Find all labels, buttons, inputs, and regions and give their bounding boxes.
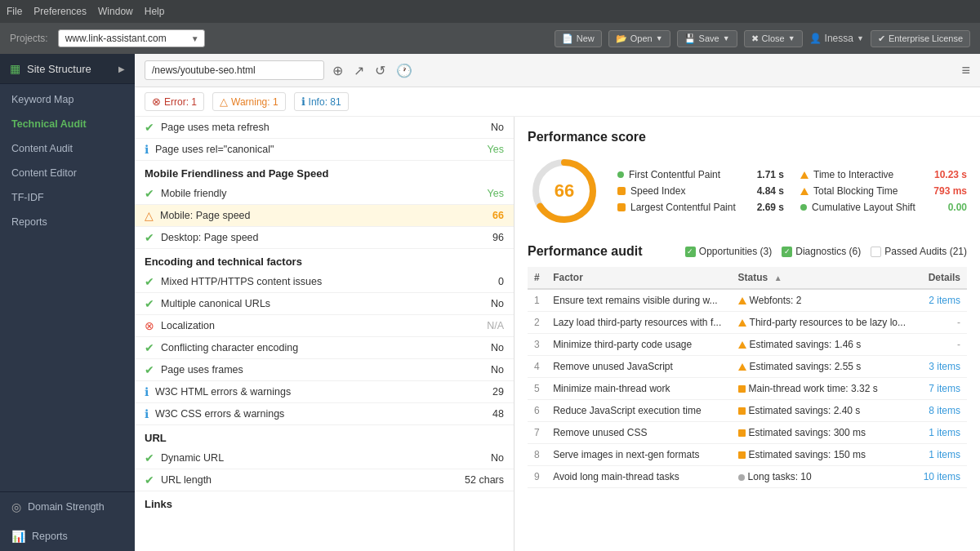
sidebar-title: Site Structure	[27, 63, 91, 75]
cls-value: 0.00	[948, 202, 967, 213]
detail-cell[interactable]: 7 items	[915, 378, 967, 400]
close-icon: ✖	[751, 33, 759, 44]
si-value: 4.84 s	[757, 185, 784, 197]
fcp-label: First Contentful Paint	[629, 169, 752, 180]
desktop-speed-value: 96	[492, 232, 504, 243]
row-factor: Ensure text remains visible during w...	[546, 289, 731, 312]
diag-checkbox: ✓	[782, 247, 792, 257]
lcp-label: Largest Contentful Paint	[630, 202, 752, 213]
frames-value: No	[491, 364, 504, 375]
sidebar-reports[interactable]: 📊 Reports	[0, 522, 135, 551]
score-donut: 66	[528, 154, 601, 228]
schedule-button[interactable]: 🕐	[393, 61, 416, 80]
keyword-map-label: Keyword Map	[11, 94, 74, 105]
menu-file[interactable]: File	[7, 6, 22, 17]
detail-cell[interactable]: 8 items	[915, 400, 967, 422]
sidebar-item-technical-audit[interactable]: Technical Audit	[0, 112, 135, 136]
sidebar-domain-strength[interactable]: ◎ Domain Strength	[0, 492, 135, 522]
char-encoding-item: ✔ Conflicting character encoding No	[135, 337, 514, 359]
toolbar-actions: 📄 New 📂 Open ▼ 💾 Save ▼ ✖ Close ▼ 👤 Ines…	[555, 30, 970, 47]
row-num: 3	[528, 334, 546, 356]
si-label: Speed Index	[630, 185, 752, 197]
table-row: 5 Minimize main-thread work Main-thread …	[528, 378, 967, 400]
menu-preferences[interactable]: Preferences	[33, 6, 87, 17]
ok-icon-8: ✔	[145, 451, 154, 464]
url-length-label: URL length	[161, 474, 465, 486]
detail-cell[interactable]: 1 items	[915, 422, 967, 444]
share-button[interactable]: ↗	[350, 61, 368, 80]
filter-diagnostics[interactable]: ✓ Diagnostics (6)	[782, 246, 861, 257]
options-icon[interactable]: ≡	[961, 62, 970, 79]
localization-label: Localization	[161, 320, 487, 331]
perf-metrics: First Contentful Paint 1.71 s Time to In…	[617, 169, 967, 213]
sidebar-arrow: ▶	[118, 64, 125, 73]
folder-icon: 📂	[616, 33, 627, 44]
menu-help[interactable]: Help	[145, 6, 165, 17]
perf-audit-section: Performance audit ✓ Opportunities (3) ✓ …	[528, 244, 967, 488]
desktop-speed-label: Desktop: Page speed	[161, 232, 492, 243]
ok-icon-7: ✔	[145, 363, 154, 376]
save-button[interactable]: 💾 Save ▼	[677, 30, 737, 47]
score-value: 66	[555, 180, 574, 202]
lcp-value: 2.69 s	[757, 202, 784, 213]
error-badge[interactable]: ⊗ Error: 1	[145, 92, 204, 111]
row-factor: Reduce JavaScript execution time	[546, 400, 731, 422]
filter-passed[interactable]: Passed Audits (21)	[871, 246, 967, 257]
row-factor: Serve images in next-gen formats	[546, 444, 731, 466]
metric-cls: Cumulative Layout Shift 0.00	[800, 202, 967, 213]
ok-icon: ✔	[145, 121, 154, 134]
opp-checkbox: ✓	[685, 247, 696, 257]
row-num: 1	[528, 289, 546, 312]
perf-audit-title: Performance audit	[528, 244, 642, 259]
add-url-button[interactable]: ⊕	[329, 61, 346, 80]
meta-refresh-label: Page uses meta refresh	[161, 122, 491, 133]
detail-cell[interactable]: 3 items	[915, 356, 967, 378]
filter-opportunities[interactable]: ✓ Opportunities (3)	[685, 246, 772, 257]
detail-cell[interactable]: 10 items	[915, 466, 967, 488]
close-button[interactable]: ✖ Close ▼	[744, 30, 803, 47]
dot-icon	[738, 474, 745, 481]
perf-score-section: Performance score 66	[528, 130, 967, 228]
sidebar-item-reports[interactable]: Reports	[0, 210, 135, 234]
col-status: Status ▲	[732, 267, 916, 289]
col-num: #	[528, 267, 546, 289]
menu-window[interactable]: Window	[98, 6, 133, 17]
error-icon: ⊗	[152, 96, 161, 108]
detail-cell[interactable]: 1 items	[915, 444, 967, 466]
license-icon: ✔	[878, 33, 885, 44]
sidebar-item-tf-idf[interactable]: TF-IDF	[0, 185, 135, 210]
row-status: Long tasks: 10	[732, 466, 916, 488]
error-text: Error: 1	[164, 96, 197, 108]
row-factor: Avoid long main-thread tasks	[546, 466, 731, 488]
open-button[interactable]: 📂 Open ▼	[608, 30, 670, 47]
sidebar-item-content-editor[interactable]: Content Editor	[0, 161, 135, 185]
ok-icon-6: ✔	[145, 341, 154, 354]
technical-audit-label: Technical Audit	[11, 118, 87, 130]
css-errors-value: 48	[492, 408, 504, 420]
warning-badge[interactable]: △ Warning: 1	[212, 92, 286, 111]
tri-icon	[738, 319, 746, 327]
url-input[interactable]	[145, 60, 324, 80]
localization-item: ⊗ Localization N/A	[135, 315, 514, 337]
detail-cell[interactable]: 2 items	[915, 289, 967, 312]
project-dropdown[interactable]: www.link-assistant.com ▼	[58, 29, 205, 47]
tbt-label: Total Blocking Time	[813, 185, 929, 197]
sidebar-item-content-audit[interactable]: Content Audit	[0, 136, 135, 161]
refresh-button[interactable]: ↺	[372, 61, 389, 80]
metric-tti: Time to Interactive 10.23 s	[800, 169, 967, 180]
ok-icon-5: ✔	[145, 297, 154, 310]
sidebar-header[interactable]: ▦ Site Structure ▶	[0, 54, 135, 84]
file-icon: 📄	[562, 33, 573, 44]
license-button[interactable]: ✔ Enterprise License	[871, 30, 970, 47]
table-row: 2 Lazy load third-party resources with f…	[528, 312, 967, 334]
http-https-label: Mixed HTTP/HTTPS content issues	[161, 276, 498, 287]
sidebar-item-keyword-map[interactable]: Keyword Map	[0, 87, 135, 112]
user-button[interactable]: 👤 Inessa ▼	[809, 33, 864, 44]
info-badge[interactable]: ℹ Info: 81	[294, 92, 349, 111]
table-header-row: # Factor Status ▲ Details	[528, 267, 967, 289]
table-row: 3 Minimize third-party code usage Estima…	[528, 334, 967, 356]
new-button[interactable]: 📄 New	[555, 30, 602, 47]
table-row: 8 Serve images in next-gen formats Estim…	[528, 444, 967, 466]
domain-icon: ◎	[11, 500, 21, 513]
char-encoding-label: Conflicting character encoding	[161, 342, 491, 353]
